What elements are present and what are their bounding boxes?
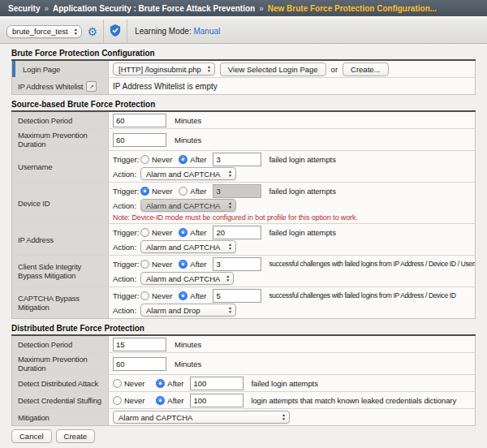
username-action-select[interactable]: Alarm and CAPTCHA [140,167,236,180]
shield-check-icon[interactable] [110,24,121,38]
breadcrumb-current: New Brute Force Protection Configuration… [268,4,437,13]
client-side-integrity-after-input[interactable] [213,257,261,271]
detect-distributed-after-radio[interactable] [156,379,165,388]
detect-distributed-never-radio[interactable] [113,379,122,388]
after-label[interactable]: After [190,228,206,237]
login-page-select-value: [HTTP] /loginsubmit.php [119,65,201,74]
device-id-action-value: Alarm and CAPTCHA [146,201,220,210]
gear-icon[interactable]: ⚙ [88,26,98,37]
never-label[interactable]: Never [152,228,172,237]
client-side-integrity-action-select[interactable]: Alarm and CAPTCHA [140,272,234,285]
captcha-bypass-after-radio[interactable] [179,291,187,300]
after-label[interactable]: After [190,291,206,300]
distributed-table: Detection Period Minutes Maximum Prevent… [11,336,476,426]
select-arrows-icon [222,201,232,209]
never-label[interactable]: Never [124,379,144,388]
breadcrumb: Security » Application Security : Brute … [0,0,487,16]
select-arrows-icon [201,65,211,73]
username-after-input[interactable] [213,153,261,166]
username-label: Username [12,151,109,182]
table-row-device-id: Device ID Trigger: Never After failed lo… [12,183,475,224]
captcha-bypass-suffix: successful challenges with failed logins… [269,291,455,299]
ip-address-action-value: Alarm and CAPTCHA [146,243,220,252]
section-title-distributed: Distributed Brute Force Protection [11,319,476,336]
login-page-label: Login Page [12,61,109,77]
minutes-label: Minutes [175,360,201,368]
action-label: Action: [113,243,140,252]
after-label[interactable]: After [190,155,206,164]
minutes-label: Minutes [175,116,201,125]
client-side-integrity-action-value: Alarm and CAPTCHA [146,274,220,283]
captcha-bypass-after-input[interactable] [213,289,261,303]
device-id-after-radio[interactable] [179,187,187,196]
mitigation-label: Mitigation [12,409,109,425]
dist-max-prevention-input[interactable] [113,357,166,371]
max-prevention-input[interactable] [113,133,166,147]
after-label[interactable]: After [167,396,183,405]
profile-select[interactable]: brute_force_test [6,25,82,38]
learning-mode-label: Learning Mode: [135,27,192,36]
trigger-label: Trigger: [113,155,140,164]
detect-credential-after-radio[interactable] [156,396,165,405]
create-login-page-button[interactable]: Create... [343,62,388,76]
detect-credential-never-radio[interactable] [113,396,122,405]
table-row-login-page: Login Page [HTTP] /loginsubmit.php View … [12,61,475,78]
username-after-radio[interactable] [179,155,187,164]
action-label: Action: [113,306,140,315]
breadcrumb-separator: » [259,4,264,13]
table-row-detect-credential-stuffing: Detect Credential Stuffing Never After l… [12,392,475,409]
table-row-dist-detection-period: Detection Period Minutes [12,336,475,353]
select-arrows-icon [222,306,232,314]
after-label[interactable]: After [190,260,206,269]
never-label[interactable]: Never [152,155,172,164]
device-id-after-input [213,184,261,198]
detect-credential-after-input[interactable] [190,394,244,407]
detection-period-input[interactable] [113,114,166,127]
never-label[interactable]: Never [152,291,172,300]
client-side-integrity-never-radio[interactable] [140,260,149,269]
mitigation-select[interactable]: Alarm and CAPTCHA [113,411,290,424]
create-button[interactable]: Create [56,429,96,443]
after-label[interactable]: After [167,379,183,388]
footer-actions: Cancel Create [11,429,476,443]
breadcrumb-page[interactable]: Application Security : Brute Force Attac… [53,4,255,13]
breadcrumb-section[interactable]: Security [8,4,40,13]
table-row-client-side-integrity: Client Side Integrity Bypass Mitigation … [12,256,475,287]
section-title-config: Brute Force Protection Configuration [11,44,476,61]
ip-address-never-radio[interactable] [140,228,149,237]
ip-address-suffix: failed login attempts [269,228,335,237]
view-selected-login-page-button[interactable]: View Selected Login Page [220,62,326,76]
client-side-integrity-suffix: successful challenges with failed logins… [269,260,475,268]
after-label[interactable]: After [190,187,206,196]
dist-detection-period-input[interactable] [113,338,166,351]
cancel-button[interactable]: Cancel [11,429,52,443]
ip-address-after-input[interactable] [213,226,261,239]
never-label[interactable]: Never [124,396,144,405]
trigger-label: Trigger: [113,187,140,196]
captcha-bypass-action-select[interactable]: Alarm and Drop [140,304,236,317]
select-arrows-icon [220,274,230,282]
minutes-label: Minutes [175,340,201,349]
detect-distributed-after-input[interactable] [190,377,244,390]
learning-mode-link[interactable]: Manual [193,27,220,36]
detect-distributed-attack-label: Detect Distributed Attack [12,375,109,391]
config-table: Login Page [HTTP] /loginsubmit.php View … [11,61,476,95]
device-id-suffix: failed login attempts [269,187,335,196]
username-never-radio[interactable] [140,155,149,164]
username-suffix: failed login attempts [269,155,335,164]
client-side-integrity-label: Client Side Integrity Bypass Mitigation [12,256,109,286]
ip-whitelist-label: IP Address Whitelist [18,82,83,91]
trigger-label: Trigger: [113,260,140,269]
toolbar-divider [127,19,127,43]
never-label[interactable]: Never [152,187,172,196]
captcha-bypass-never-radio[interactable] [140,291,149,300]
select-arrows-icon [222,170,232,178]
ip-address-action-select[interactable]: Alarm and CAPTCHA [140,240,236,253]
table-row-mitigation: Mitigation Alarm and CAPTCHA [12,409,475,425]
never-label[interactable]: Never [152,260,172,269]
popup-window-icon[interactable] [86,81,97,92]
ip-address-after-radio[interactable] [179,228,187,237]
device-id-never-radio[interactable] [140,187,149,196]
client-side-integrity-after-radio[interactable] [179,260,187,269]
login-page-select[interactable]: [HTTP] /loginsubmit.php [113,62,215,75]
